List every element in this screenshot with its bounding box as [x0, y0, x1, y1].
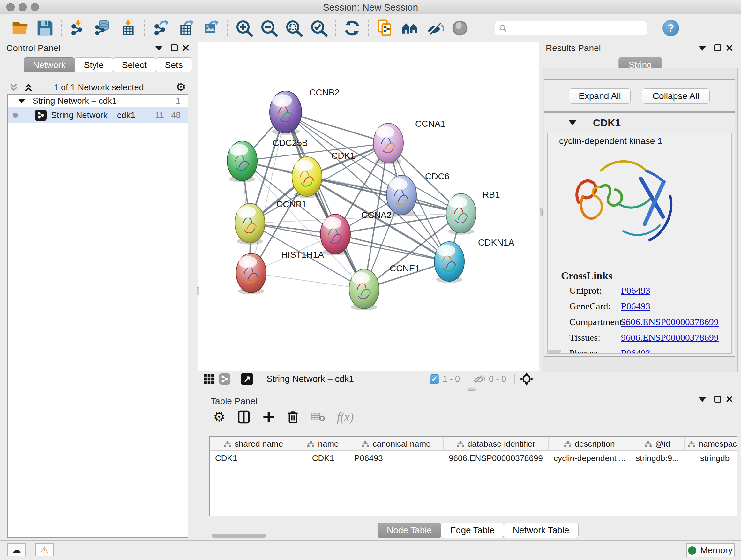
results-panel-menu-icon[interactable]: [699, 46, 706, 51]
apply-layout-button[interactable]: [340, 17, 364, 39]
table-panel-menu-icon[interactable]: [699, 397, 706, 402]
search-input[interactable]: [510, 23, 643, 33]
show-columns-icon[interactable]: [238, 410, 250, 424]
zoom-selected-button[interactable]: [307, 17, 331, 39]
tab-style[interactable]: Style: [75, 57, 113, 72]
tab-select[interactable]: Select: [113, 57, 156, 72]
collection-expand-icon[interactable]: [18, 99, 25, 104]
network-node-cdkn1a[interactable]: [434, 242, 464, 283]
control-panel-menu-icon[interactable]: [155, 46, 162, 51]
network-collection-row[interactable]: String Network – cdk1 1: [8, 95, 188, 107]
node-label-ccna1: CCNA1: [415, 119, 446, 129]
table-cell[interactable]: 9606.ENSP00000378699: [444, 451, 549, 465]
table-row[interactable]: CDK1CDK1P064939606.ENSP00000378699cyclin…: [210, 451, 737, 465]
zoom-out-button[interactable]: [257, 17, 281, 39]
column-header-namespace[interactable]: namespace: [684, 437, 737, 450]
import-network-file-button[interactable]: [66, 17, 91, 39]
birdseye-crosshair-icon[interactable]: [520, 372, 533, 386]
export-network-button[interactable]: [149, 17, 174, 39]
table-panel-close-icon[interactable]: ✕: [725, 394, 733, 405]
export-image-button[interactable]: [199, 17, 223, 39]
results-panel-close-icon[interactable]: ✕: [725, 43, 733, 54]
gene-section-header[interactable]: CDK1: [544, 113, 735, 133]
detach-view-icon[interactable]: ↗: [241, 373, 253, 385]
export-table-button[interactable]: [174, 17, 199, 39]
table-cell[interactable]: stringdb: [684, 451, 737, 465]
results-scrollbar[interactable]: [548, 350, 561, 353]
column-header-database-identifier[interactable]: database identifier: [444, 437, 549, 450]
selected-checkbox-icon[interactable]: ✓: [429, 374, 440, 384]
gene-collapse-icon[interactable]: [569, 120, 576, 125]
network-options-gear-icon[interactable]: ⚙: [176, 80, 186, 94]
network-node-ccnb1[interactable]: [235, 203, 265, 245]
grid-view-icon[interactable]: [204, 374, 214, 384]
horizontal-splitter[interactable]: [198, 387, 741, 392]
control-panel-float-icon[interactable]: [171, 44, 178, 51]
table-cell[interactable]: stringdb:9...: [630, 451, 684, 465]
results-panel-float-icon[interactable]: [714, 44, 721, 51]
network-node-ccne1[interactable]: [349, 269, 379, 310]
crosslink-link[interactable]: 9606.ENSP00000378699: [621, 332, 719, 343]
tab-sets[interactable]: Sets: [156, 57, 192, 72]
network-overview-icon[interactable]: [219, 373, 230, 385]
zoom-fit-button[interactable]: [281, 17, 307, 39]
crosslink-link[interactable]: P06493: [621, 285, 650, 296]
table-panel-float-icon[interactable]: [714, 395, 721, 402]
cloud-status-button[interactable]: ☁: [7, 543, 25, 557]
table-cell[interactable]: CDK1: [210, 451, 297, 465]
table-settings-gear-icon[interactable]: ⚙: [213, 409, 225, 425]
left-splitter-handle[interactable]: [197, 287, 199, 295]
column-header-canonical-name[interactable]: canonical name: [349, 437, 444, 450]
toolbar-separator: [144, 19, 145, 37]
right-splitter-handle[interactable]: [540, 208, 542, 216]
column-header-description[interactable]: description: [549, 437, 630, 450]
crosslink-link[interactable]: 9606.ENSP00000378699: [621, 316, 719, 327]
tab-edge-table[interactable]: Edge Table: [441, 523, 504, 538]
memory-button[interactable]: Memory: [686, 543, 735, 557]
import-table-button[interactable]: [116, 17, 140, 39]
warnings-button[interactable]: ⚠: [35, 543, 54, 557]
control-panel-close-icon[interactable]: ✕: [182, 43, 190, 54]
network-node-hist1h1a[interactable]: [236, 253, 266, 294]
network-node-ccna2[interactable]: [320, 214, 350, 255]
show-all-button[interactable]: [448, 17, 472, 39]
table-cell[interactable]: cyclin-dependent ...: [549, 451, 630, 465]
help-button[interactable]: ?: [663, 20, 679, 37]
warning-icon: ⚠: [40, 544, 49, 556]
tab-network[interactable]: Network: [23, 57, 75, 72]
tab-node-table[interactable]: Node Table: [378, 523, 441, 538]
hide-selected-button[interactable]: [422, 17, 448, 39]
network-canvas[interactable]: CCNB2CCNA1CDC25BCDK1CDC6RB1CCNB1CCNA2CDK…: [198, 42, 539, 371]
table-cell[interactable]: CDK1: [297, 451, 349, 465]
open-session-button[interactable]: [8, 17, 32, 39]
zoom-in-button[interactable]: [232, 17, 257, 39]
table-hscrollbar-thumb[interactable]: [212, 534, 266, 538]
column-header--id[interactable]: @id: [630, 437, 684, 450]
annotation-browser-button[interactable]: [373, 17, 398, 39]
import-network-database-button[interactable]: [91, 17, 116, 39]
save-session-button[interactable]: [32, 17, 57, 39]
delete-column-icon[interactable]: [287, 410, 299, 424]
tab-network-table[interactable]: Network Table: [503, 523, 579, 538]
search-field[interactable]: [495, 21, 647, 36]
column-header-name[interactable]: name: [297, 437, 349, 450]
network-node-rb1[interactable]: [446, 193, 476, 235]
network-node-ccnb2[interactable]: [270, 91, 301, 135]
group-nodes-button[interactable]: [398, 17, 422, 39]
collapse-all-button[interactable]: Collapse All: [642, 88, 710, 104]
network-node-ccna1[interactable]: [374, 123, 403, 165]
close-window-button[interactable]: [6, 3, 15, 11]
titlebar: Session: New Session: [0, 0, 741, 14]
network-node-cdc25b[interactable]: [227, 141, 257, 182]
expand-all-button[interactable]: Expand All: [569, 88, 630, 104]
zoom-window-button[interactable]: [30, 3, 39, 11]
minimize-window-button[interactable]: [18, 3, 27, 11]
table-cell[interactable]: P06493: [349, 451, 444, 465]
splitter-handle[interactable]: [468, 388, 476, 391]
crosslink-link[interactable]: P06493: [621, 348, 650, 354]
create-column-icon[interactable]: [262, 411, 275, 423]
network-row-selected[interactable]: String Network – cdk1 11 48: [8, 107, 188, 123]
crosslink-link[interactable]: P06493: [621, 301, 650, 312]
column-header-shared-name[interactable]: shared name: [210, 437, 297, 450]
navbar-separator: [235, 374, 236, 384]
